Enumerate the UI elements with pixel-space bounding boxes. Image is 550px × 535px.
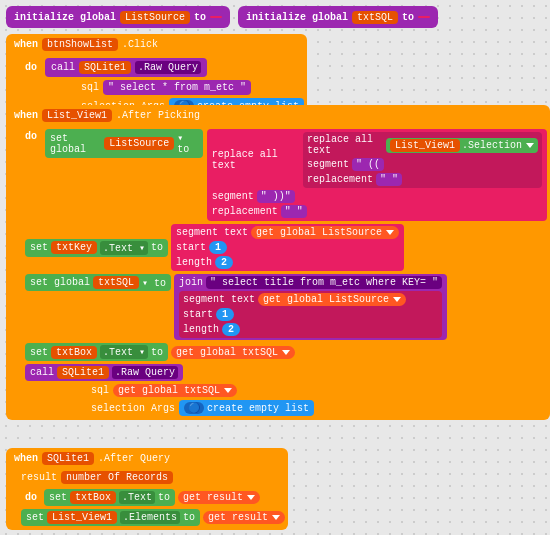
event2-txtSQL-row: set global txtSQL ▾ to join " select tit…: [25, 274, 547, 340]
event2-getTxtSQL-label: get global txtSQL: [176, 347, 278, 358]
event2-set-label2: set: [30, 242, 48, 253]
event2-start2-row: start 1: [183, 308, 438, 321]
event2-txtBox-comp[interactable]: txtBox: [51, 346, 97, 359]
init-txtSQL-name[interactable]: txtSQL: [352, 11, 398, 24]
event1-component[interactable]: btnShowList: [42, 38, 118, 51]
event2-getTxtSQL2-label: get global txtSQL: [118, 385, 220, 396]
event1-call-block: call SQLite1 .Raw Query: [45, 58, 207, 77]
event2-join-segtext: segment text: [183, 294, 255, 305]
event2-seg-val2: " ))": [257, 190, 295, 203]
event2-txtKey-comp[interactable]: txtKey: [51, 241, 97, 254]
event2-txtSQL-pill[interactable]: txtSQL: [93, 276, 139, 289]
canvas: initialize global ListSource to initiali…: [0, 0, 550, 535]
event1-sql-label: sql: [81, 82, 99, 93]
event3-prop1[interactable]: .Text: [119, 491, 155, 504]
event2-start2-val: 1: [216, 308, 234, 321]
event1-header: when btnShowList .Click: [6, 34, 307, 55]
event3-prop2[interactable]: .Elements: [120, 511, 180, 524]
event2-join-label: join: [179, 277, 203, 288]
init-listSource-value: [210, 16, 222, 18]
event2-sql2-row: sql get global txtSQL: [91, 384, 547, 397]
event2-length-label: length: [176, 257, 212, 268]
event1-sql-value: " select * from m_etc ": [103, 80, 251, 95]
event2-listview-pill[interactable]: List_View1: [390, 139, 460, 152]
event1-method[interactable]: .Raw Query: [135, 61, 201, 74]
event2-join-segtext-row: segment text get global ListSource: [183, 293, 438, 306]
event3-listView2[interactable]: List_View1: [47, 511, 117, 524]
event3-header: when SQLite1 .After Query: [6, 448, 288, 469]
event2-rep-val1: " ": [376, 173, 402, 186]
event2-selection-tri: [526, 143, 534, 148]
event2-inner-rep-row: replacement " ": [307, 173, 538, 186]
event2-start-row: start 1: [176, 241, 399, 254]
event1-event: .Click: [122, 39, 158, 50]
event2-set-listSource-row: do set global ListSource ▾ to replace al…: [21, 129, 547, 221]
event3-to1: to: [158, 492, 170, 503]
event2-segment-label2: segment: [212, 191, 254, 202]
event1-when: when: [14, 39, 38, 50]
event2-length2-label: length: [183, 324, 219, 335]
event2-replace-all-text: replace all text: [307, 134, 383, 156]
event2-segtext-row: segment text get global ListSource: [176, 226, 399, 239]
event3-set2-block: set List_View1 .Elements to: [21, 509, 200, 526]
event3-getResult2: get result: [203, 511, 285, 524]
event2-body: do set global ListSource ▾ to replace al…: [6, 126, 550, 420]
event2-selection-block: List_View1 .Selection: [386, 138, 538, 153]
event2-txtBox-row: set txtBox .Text ▾ to get global txtSQL: [25, 343, 547, 361]
init-listSource-name[interactable]: ListSource: [120, 11, 190, 24]
event2-rawQuery2[interactable]: .Raw Query: [112, 366, 178, 379]
event2-inner-replace: replace all text List_View1 .Selection s…: [303, 132, 542, 188]
event3-set1-label: set: [49, 492, 67, 503]
event3-event: .After Query: [98, 453, 170, 464]
event2-inner-replace-row1: replace all text List_View1 .Selection: [307, 134, 538, 156]
event2-listSource-pill[interactable]: ListSource: [104, 137, 174, 150]
event2-segment-txtKey: segment text get global ListSource start…: [171, 224, 404, 271]
event2-selection-prop[interactable]: .Selection: [462, 140, 522, 151]
event2-component[interactable]: List_View1: [42, 109, 112, 122]
event3-set2-label: set: [26, 512, 44, 523]
event2-getTxtSQL2: get global txtSQL: [113, 384, 237, 397]
event2-call-block: call SQLite1 .Raw Query: [25, 364, 183, 381]
event2-start2-label: start: [183, 309, 213, 320]
event2-sqlComp2[interactable]: SQLite1: [57, 366, 109, 379]
event2-call-label: call: [30, 367, 54, 378]
event2-set-block: set global ListSource ▾ to: [45, 129, 203, 158]
event3-set1-block: set txtBox .Text to: [44, 489, 175, 506]
event3-body: do set txtBox .Text to get result set Li…: [6, 486, 288, 530]
event2-length2-row: length 2: [183, 323, 438, 336]
init-listSource-block: initialize global ListSource to: [6, 6, 230, 28]
init-txtSQL-block: initialize global txtSQL to: [238, 6, 438, 28]
event2-sql2-label: sql: [91, 385, 109, 396]
event2-replace-label: replace all text: [212, 149, 300, 171]
event2-text-prop[interactable]: .Text ▾: [100, 241, 148, 255]
event2-when: when: [14, 110, 38, 121]
event2-seg-val1: " ((: [352, 158, 384, 171]
event3-when: when: [14, 453, 38, 464]
event2-join-row1: join " select title from m_etc where KEY…: [179, 276, 442, 289]
event1-sql-comp[interactable]: SQLite1: [79, 61, 131, 74]
event2-segtext-label: segment text: [176, 227, 248, 238]
event2-rep2-row: replacement " ": [212, 205, 542, 218]
event3-result-label: result: [21, 472, 57, 483]
event2-inner-seg-row: segment " ((: [307, 158, 538, 171]
event2-start-val: 1: [209, 241, 227, 254]
event2-replace-block: replace all text replace all text List_V…: [207, 129, 547, 221]
event2-settxtSQL-label: set global: [30, 277, 90, 288]
event1-do-row: do call SQLite1 .Raw Query: [21, 58, 304, 77]
event2-header: when List_View1 .After Picking: [6, 105, 550, 126]
event2-text-prop2[interactable]: .Text ▾: [100, 345, 148, 359]
event2-event: .After Picking: [116, 110, 200, 121]
event1-sql-row: sql " select * from m_etc ": [81, 80, 304, 95]
init-txtSQL-value: [418, 16, 430, 18]
event2-do-label: do: [21, 129, 41, 144]
event2-to4: to: [151, 347, 163, 358]
event1-do-label: do: [21, 60, 41, 75]
init-label-2: initialize global: [246, 12, 348, 23]
event3-component[interactable]: SQLite1: [42, 452, 94, 465]
event2-rep-val2: " ": [281, 205, 307, 218]
init-label-1: initialize global: [14, 12, 116, 23]
event2-getListSource2: get global ListSource: [258, 293, 406, 306]
event3-txtBox2[interactable]: txtBox: [70, 491, 116, 504]
event2-replacement-label2: replacement: [212, 206, 278, 217]
event3-block: when SQLite1 .After Query result number …: [6, 448, 288, 530]
